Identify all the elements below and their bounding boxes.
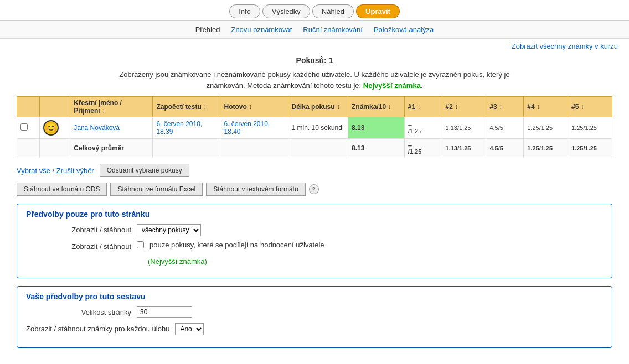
total-q2: 1.13/1.25 xyxy=(442,139,486,158)
info-text-part1: Zobrazeny jsou známkované i neznámkované… xyxy=(119,70,509,79)
user-prefs-section: Vaše předvolby pro tuto sestavu Velikost… xyxy=(17,286,612,348)
col-header-name[interactable]: Křestní jméno / Příjmení ↕ xyxy=(70,97,153,117)
total-grade: 8.13 xyxy=(348,139,405,158)
col-header-duration[interactable]: Délka pokusu ↕ xyxy=(288,97,348,117)
help-icon[interactable]: ? xyxy=(309,184,319,194)
total-empty3 xyxy=(153,139,220,158)
tab-upravit[interactable]: Upravit xyxy=(356,4,400,18)
subnav-znovu[interactable]: Znovu oznámkovat xyxy=(231,25,292,34)
only-relevant-checkbox[interactable] xyxy=(137,241,144,248)
download-text-button[interactable]: Stáhnout v textovém formátu xyxy=(206,183,305,196)
select-all-link[interactable]: Vybrat vše xyxy=(17,167,50,175)
row-q3-cell: 4.5/5 xyxy=(486,117,524,139)
total-empty4 xyxy=(220,139,288,158)
total-empty5 xyxy=(288,139,348,158)
col-header-grade[interactable]: Známka/10 ↕ xyxy=(348,97,405,117)
show-download-control: všechny pokusy nejlepší pokus první poku… xyxy=(137,224,201,236)
col-header-avatar xyxy=(39,97,70,117)
total-row: Celkový průměr 8.13 -- /1.25 1.13/1.25 4… xyxy=(17,139,612,158)
table-row: 😊 Jana Nováková 6. červen 2010, 18.39 6.… xyxy=(17,117,612,139)
checkbox-text: pouze pokusy, které se podílejí na hodno… xyxy=(149,241,324,249)
page-size-row: Velikost stránky xyxy=(26,306,603,319)
col-header-end[interactable]: Hotovo ↕ xyxy=(220,97,288,117)
row-duration-cell: 1 min. 10 sekund xyxy=(288,117,348,139)
tab-nahled[interactable]: Náhled xyxy=(312,4,354,18)
page-prefs-section: Předvolby pouze pro tuto stránku Zobrazi… xyxy=(17,204,612,278)
download-row: Stáhnout ve formátu ODS Stáhnout ve form… xyxy=(17,183,612,196)
remove-attempts-button[interactable]: Odstranit vybrané pokusy xyxy=(100,164,189,177)
page-size-control xyxy=(137,306,192,318)
row-name-cell: Jana Nováková xyxy=(70,117,153,139)
user-avatar: 😊 xyxy=(43,120,59,136)
total-q5: 1.25/1.25 xyxy=(568,139,612,158)
show-download-row2: Zobrazit / stáhnout pouze pokusy, které … xyxy=(26,241,603,253)
checkbox-subtext: (Nejvyšší známka) xyxy=(148,257,207,266)
col-header-q2[interactable]: #2 ↕ xyxy=(442,97,486,117)
sub-navigation: Přehled Znovu oznámkovat Ruční známkován… xyxy=(0,21,629,39)
checkbox-subtext-row: (Nejvyšší známka) xyxy=(26,257,603,266)
attempts-title: Pokusů: 1 xyxy=(17,56,612,65)
col-header-q4[interactable]: #4 ↕ xyxy=(524,97,568,117)
subnav-polozky[interactable]: Položková analýza xyxy=(374,25,434,34)
page-size-input[interactable] xyxy=(137,306,192,318)
grading-method-highlight: Nejvyšší známka xyxy=(363,81,421,90)
page-size-label: Velikost stránky xyxy=(26,306,137,319)
total-empty2 xyxy=(39,139,70,158)
select-links: Vybrat vše / Zrušit výběr xyxy=(17,167,94,175)
subnav-rucni[interactable]: Ruční známkování xyxy=(303,25,363,34)
deselect-link[interactable]: Zrušit výběr xyxy=(56,167,94,175)
row-q1-cell: -- /1.25 xyxy=(404,117,442,139)
start-date-link[interactable]: 6. červen 2010, 18.39 xyxy=(156,120,202,136)
row-start-cell: 6. červen 2010, 18.39 xyxy=(153,117,220,139)
total-empty1 xyxy=(17,139,40,158)
main-content: Pokusů: 1 Zobrazeny jsou známkované i ne… xyxy=(0,56,629,348)
col-header-q1[interactable]: #1 ↕ xyxy=(404,97,442,117)
row-checkbox-cell[interactable] xyxy=(17,117,40,139)
table-header-row: Křestní jméno / Příjmení ↕ Započetí test… xyxy=(17,97,612,117)
download-excel-button[interactable]: Stáhnout ve formátu Excel xyxy=(110,183,203,196)
row-q4-cell: 1.25/1.25 xyxy=(524,117,568,139)
info-text-part2: známkován. Metoda známkování tohoto test… xyxy=(207,81,362,90)
page-prefs-title: Předvolby pouze pro tuto stránku xyxy=(26,210,603,219)
total-q1: -- /1.25 xyxy=(404,139,442,158)
show-download-control2: pouze pokusy, které se podílejí na hodno… xyxy=(137,241,328,249)
row-checkbox[interactable] xyxy=(20,123,28,131)
user-name-link[interactable]: Jana Nováková xyxy=(74,124,120,132)
user-prefs-title: Vaše předvolby pro tuto sestavu xyxy=(26,292,603,301)
download-ods-button[interactable]: Stáhnout ve formátu ODS xyxy=(17,183,107,196)
total-label: Celkový průměr xyxy=(70,139,153,158)
col-header-q5[interactable]: #5 ↕ xyxy=(568,97,612,117)
row-q2-cell: 1.13/1.25 xyxy=(442,117,486,139)
show-marks-row: Zobrazit / stáhnout známky pro každou úl… xyxy=(26,323,603,335)
col-header-start[interactable]: Započetí testu ↕ xyxy=(153,97,220,117)
end-date-link[interactable]: 6. červen 2010, 18.40 xyxy=(224,120,270,136)
subnav-prehled: Přehled xyxy=(195,25,220,34)
tab-vysledky[interactable]: Výsledky xyxy=(262,4,310,18)
info-text: Zobrazeny jsou známkované i neznámkované… xyxy=(93,69,536,91)
actions-row: Vybrat vše / Zrušit výběr Odstranit vybr… xyxy=(17,164,612,177)
show-marks-label: Zobrazit / stáhnout známky pro každou úl… xyxy=(26,323,175,335)
col-header-q3[interactable]: #3 ↕ xyxy=(486,97,524,117)
show-marks-control: Ano Ne xyxy=(175,323,204,335)
col-header-check xyxy=(17,97,40,117)
show-download-row: Zobrazit / stáhnout všechny pokusy nejle… xyxy=(26,224,603,236)
row-end-cell: 6. červen 2010, 18.40 xyxy=(220,117,288,139)
show-marks-select[interactable]: Ano Ne xyxy=(175,323,204,335)
total-q4: 1.25/1.25 xyxy=(524,139,568,158)
show-all-grades-link[interactable]: Zobrazit všechny známky v kurzu xyxy=(512,42,618,50)
top-right-link-container: Zobrazit všechny známky v kurzu xyxy=(0,39,629,51)
attempts-table: Křestní jméno / Příjmení ↕ Započetí test… xyxy=(17,96,612,158)
row-grade-cell: 8.13 xyxy=(348,117,405,139)
top-tabs-bar: Info Výsledky Náhled Upravit xyxy=(0,0,629,21)
show-download-label2: Zobrazit / stáhnout xyxy=(26,241,137,253)
show-download-label: Zobrazit / stáhnout xyxy=(26,224,137,236)
row-avatar-cell: 😊 xyxy=(39,117,70,139)
show-download-select[interactable]: všechny pokusy nejlepší pokus první poku… xyxy=(137,224,201,236)
tab-info[interactable]: Info xyxy=(229,4,260,18)
row-q5-cell: 1.25/1.25 xyxy=(568,117,612,139)
total-q3: 4.5/5 xyxy=(486,139,524,158)
